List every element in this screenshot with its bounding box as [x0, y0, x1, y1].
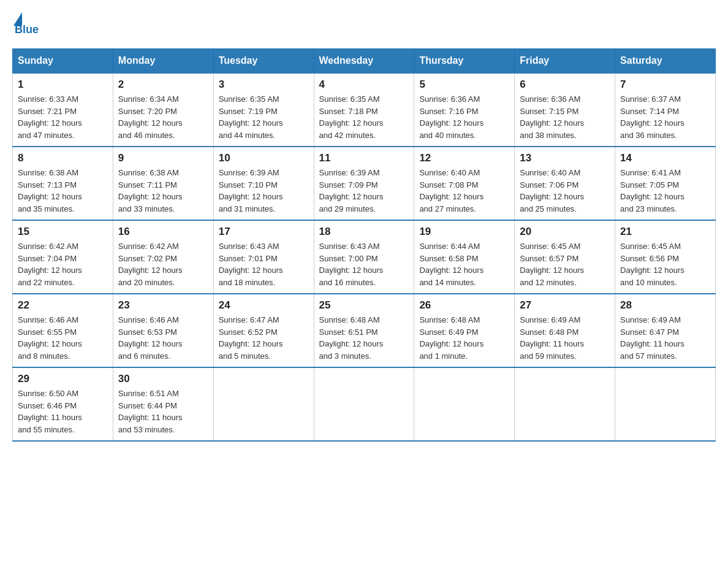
day-number: 22 [18, 299, 108, 312]
calendar-cell: 9 Sunrise: 6:38 AMSunset: 7:11 PMDayligh… [113, 147, 213, 220]
day-number: 11 [319, 152, 409, 164]
day-number: 6 [520, 79, 610, 91]
day-number: 30 [118, 373, 208, 385]
calendar-cell [515, 367, 615, 441]
calendar-cell: 11 Sunrise: 6:39 AMSunset: 7:09 PMDaylig… [314, 147, 414, 220]
day-number: 14 [620, 152, 710, 164]
day-info: Sunrise: 6:34 AMSunset: 7:20 PMDaylight:… [118, 93, 208, 141]
calendar-cell: 15 Sunrise: 6:42 AMSunset: 7:04 PMDaylig… [13, 220, 113, 294]
calendar-cell: 1 Sunrise: 6:33 AMSunset: 7:21 PMDayligh… [13, 73, 113, 147]
calendar-cell: 7 Sunrise: 6:37 AMSunset: 7:14 PMDayligh… [615, 73, 716, 147]
calendar-cell: 12 Sunrise: 6:40 AMSunset: 7:08 PMDaylig… [414, 147, 515, 220]
day-info: Sunrise: 6:40 AMSunset: 7:06 PMDaylight:… [520, 167, 610, 215]
day-info: Sunrise: 6:46 AMSunset: 6:55 PMDaylight:… [18, 314, 108, 362]
day-number: 12 [419, 152, 509, 164]
calendar-week-row: 8 Sunrise: 6:38 AMSunset: 7:13 PMDayligh… [13, 147, 716, 220]
col-header-sunday: Sunday [13, 49, 113, 74]
day-info: Sunrise: 6:39 AMSunset: 7:10 PMDaylight:… [219, 167, 309, 215]
day-info: Sunrise: 6:47 AMSunset: 6:52 PMDaylight:… [219, 314, 309, 362]
calendar-week-row: 15 Sunrise: 6:42 AMSunset: 7:04 PMDaylig… [13, 220, 716, 294]
day-number: 17 [219, 226, 309, 238]
calendar-cell: 25 Sunrise: 6:48 AMSunset: 6:51 PMDaylig… [314, 294, 414, 367]
day-number: 20 [520, 226, 610, 238]
calendar-cell: 5 Sunrise: 6:36 AMSunset: 7:16 PMDayligh… [414, 73, 515, 147]
day-info: Sunrise: 6:49 AMSunset: 6:48 PMDaylight:… [520, 314, 610, 362]
day-info: Sunrise: 6:46 AMSunset: 6:53 PMDaylight:… [118, 314, 208, 362]
col-header-tuesday: Tuesday [213, 49, 314, 74]
day-info: Sunrise: 6:51 AMSunset: 6:44 PMDaylight:… [118, 388, 208, 435]
calendar-cell: 14 Sunrise: 6:41 AMSunset: 7:05 PMDaylig… [615, 147, 716, 220]
day-info: Sunrise: 6:43 AMSunset: 7:01 PMDaylight:… [219, 240, 309, 288]
calendar-cell [615, 367, 716, 441]
day-info: Sunrise: 6:50 AMSunset: 6:46 PMDaylight:… [18, 388, 108, 435]
day-number: 1 [18, 79, 108, 91]
calendar-cell: 28 Sunrise: 6:49 AMSunset: 6:47 PMDaylig… [615, 294, 716, 367]
calendar-cell: 3 Sunrise: 6:35 AMSunset: 7:19 PMDayligh… [213, 73, 314, 147]
day-number: 3 [219, 79, 309, 91]
day-number: 7 [620, 79, 710, 91]
day-number: 9 [118, 152, 208, 164]
calendar-cell: 24 Sunrise: 6:47 AMSunset: 6:52 PMDaylig… [213, 294, 314, 367]
day-number: 8 [18, 152, 108, 164]
calendar-cell: 26 Sunrise: 6:48 AMSunset: 6:49 PMDaylig… [414, 294, 515, 367]
calendar-cell: 16 Sunrise: 6:42 AMSunset: 7:02 PMDaylig… [113, 220, 213, 294]
calendar-week-row: 1 Sunrise: 6:33 AMSunset: 7:21 PMDayligh… [13, 73, 716, 147]
day-info: Sunrise: 6:45 AMSunset: 6:57 PMDaylight:… [520, 240, 610, 288]
day-number: 27 [520, 299, 610, 312]
calendar-cell [213, 367, 314, 441]
day-info: Sunrise: 6:39 AMSunset: 7:09 PMDaylight:… [319, 167, 409, 215]
day-info: Sunrise: 6:40 AMSunset: 7:08 PMDaylight:… [419, 167, 509, 215]
calendar-cell: 13 Sunrise: 6:40 AMSunset: 7:06 PMDaylig… [515, 147, 615, 220]
day-info: Sunrise: 6:41 AMSunset: 7:05 PMDaylight:… [620, 167, 710, 215]
day-info: Sunrise: 6:42 AMSunset: 7:04 PMDaylight:… [18, 240, 108, 288]
day-info: Sunrise: 6:36 AMSunset: 7:15 PMDaylight:… [520, 93, 610, 141]
day-number: 23 [118, 299, 208, 312]
day-number: 28 [620, 299, 710, 312]
day-info: Sunrise: 6:35 AMSunset: 7:19 PMDaylight:… [219, 93, 309, 141]
calendar-cell: 17 Sunrise: 6:43 AMSunset: 7:01 PMDaylig… [213, 220, 314, 294]
day-info: Sunrise: 6:33 AMSunset: 7:21 PMDaylight:… [18, 93, 108, 141]
calendar-cell: 6 Sunrise: 6:36 AMSunset: 7:15 PMDayligh… [515, 73, 615, 147]
calendar-header-row: SundayMondayTuesdayWednesdayThursdayFrid… [13, 49, 716, 74]
logo-underline: Blue [15, 23, 39, 36]
col-header-thursday: Thursday [414, 49, 515, 74]
col-header-wednesday: Wednesday [314, 49, 414, 74]
day-info: Sunrise: 6:36 AMSunset: 7:16 PMDaylight:… [419, 93, 509, 141]
day-number: 16 [118, 226, 208, 238]
day-number: 21 [620, 226, 710, 238]
calendar-cell: 29 Sunrise: 6:50 AMSunset: 6:46 PMDaylig… [13, 367, 113, 441]
calendar-cell: 19 Sunrise: 6:44 AMSunset: 6:58 PMDaylig… [414, 220, 515, 294]
day-info: Sunrise: 6:35 AMSunset: 7:18 PMDaylight:… [319, 93, 409, 141]
day-number: 25 [319, 299, 409, 312]
calendar-cell: 4 Sunrise: 6:35 AMSunset: 7:18 PMDayligh… [314, 73, 414, 147]
day-info: Sunrise: 6:37 AMSunset: 7:14 PMDaylight:… [620, 93, 710, 141]
page-header: Blue [12, 12, 716, 36]
day-info: Sunrise: 6:48 AMSunset: 6:51 PMDaylight:… [319, 314, 409, 362]
day-info: Sunrise: 6:42 AMSunset: 7:02 PMDaylight:… [118, 240, 208, 288]
logo: Blue [12, 12, 39, 36]
day-info: Sunrise: 6:43 AMSunset: 7:00 PMDaylight:… [319, 240, 409, 288]
day-info: Sunrise: 6:38 AMSunset: 7:13 PMDaylight:… [18, 167, 108, 215]
col-header-monday: Monday [113, 49, 213, 74]
day-number: 26 [419, 299, 509, 312]
calendar-cell: 23 Sunrise: 6:46 AMSunset: 6:53 PMDaylig… [113, 294, 213, 367]
calendar-cell: 18 Sunrise: 6:43 AMSunset: 7:00 PMDaylig… [314, 220, 414, 294]
day-number: 18 [319, 226, 409, 238]
day-number: 29 [18, 373, 108, 385]
day-number: 4 [319, 79, 409, 91]
day-number: 15 [18, 226, 108, 238]
calendar-cell: 21 Sunrise: 6:45 AMSunset: 6:56 PMDaylig… [615, 220, 716, 294]
calendar-cell [414, 367, 515, 441]
day-info: Sunrise: 6:48 AMSunset: 6:49 PMDaylight:… [419, 314, 509, 362]
day-number: 24 [219, 299, 309, 312]
day-number: 13 [520, 152, 610, 164]
day-number: 10 [219, 152, 309, 164]
day-number: 5 [419, 79, 509, 91]
calendar-table: SundayMondayTuesdayWednesdayThursdayFrid… [12, 48, 716, 442]
calendar-cell: 2 Sunrise: 6:34 AMSunset: 7:20 PMDayligh… [113, 73, 213, 147]
calendar-week-row: 29 Sunrise: 6:50 AMSunset: 6:46 PMDaylig… [13, 367, 716, 441]
day-info: Sunrise: 6:44 AMSunset: 6:58 PMDaylight:… [419, 240, 509, 288]
calendar-week-row: 22 Sunrise: 6:46 AMSunset: 6:55 PMDaylig… [13, 294, 716, 367]
calendar-cell: 8 Sunrise: 6:38 AMSunset: 7:13 PMDayligh… [13, 147, 113, 220]
calendar-cell [314, 367, 414, 441]
